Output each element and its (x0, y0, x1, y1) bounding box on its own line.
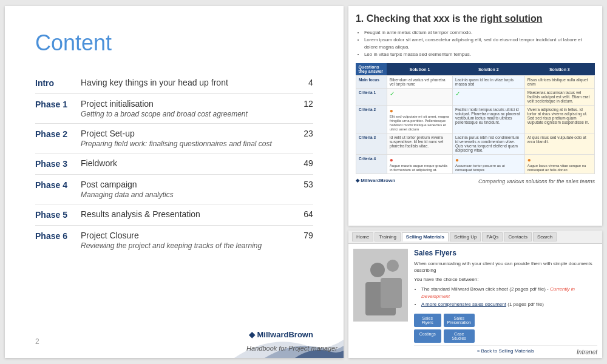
bottom-image (353, 249, 408, 322)
logo-area: ◆ MillwardBrown (249, 329, 313, 340)
row-col1-4: ●Augue mauris augue neque gravida in fer… (387, 155, 452, 174)
list-item-2-suffix: (1 pages pdf file) (507, 302, 544, 307)
panel-title-prefix: 1. Checking that xxx is the (356, 13, 480, 24)
phase6-main: Project Closure (81, 231, 295, 240)
toc-row-phase1: Phase 1 Project initialisation Getting t… (35, 95, 313, 122)
phase5-content: Results analysis & Presentation (81, 209, 295, 220)
nav-bar: Home Training Selling Materials Setting … (348, 231, 602, 244)
row-label-4: Criteria 4 (356, 155, 387, 174)
phase4-main: Post campaign (81, 180, 295, 189)
col-header-0: Questions they answer (356, 63, 387, 76)
panel-title: 1. Checking that xxx is the right soluti… (356, 13, 595, 24)
toc-row-intro: Intro Having key things in your head up … (35, 74, 313, 92)
row-col1-0: Bibendum at varius vel pharetra vel turp… (387, 76, 452, 89)
phase5-label: Phase 5 (35, 209, 81, 220)
bottom-description: When communicating with your client you … (414, 260, 597, 274)
toc-row-phase5: Phase 5 Results analysis & Presentation … (35, 206, 313, 224)
nav-item-selling-materials[interactable]: Selling Materials (402, 232, 449, 241)
bullet-list: Feugiat in ante metus dictum at tempor c… (356, 29, 595, 58)
table-caption: Comparing various solutions for the sale… (478, 178, 595, 184)
bullet-item-2: Lorem ipsum dolor sit amet, consectetur … (364, 36, 595, 51)
row-label-1: Criteria 1 (356, 89, 387, 106)
list-item-2: A more comprehensive sales document (1 p… (421, 301, 597, 309)
table-row: Criteria 1 ✓ ✓ Maecenas accumsan lacus v… (356, 89, 594, 106)
row-col1-1: ✓ (387, 89, 452, 106)
table-row: Main focus Bibendum at varius vel pharet… (356, 76, 594, 89)
row-label-0: Main focus (356, 76, 387, 89)
intro-label: Intro (35, 78, 81, 88)
btn-costings[interactable]: Costings (414, 329, 441, 343)
intro-page: 4 (295, 78, 313, 87)
intro-main: Having key things in your head up front (81, 78, 295, 87)
page-number: 2 (35, 337, 39, 346)
phase3-content: Fieldwork (81, 158, 295, 169)
phase2-page: 23 (295, 129, 313, 138)
phase5-page: 64 (295, 209, 313, 219)
panel-title-highlight: right solution (480, 13, 542, 24)
col-header-2: Solution 2 (452, 63, 524, 76)
table-row: Criteria 2 ●Elit sed vulputate mi sit am… (356, 106, 594, 133)
button-grid: Sales Flyers Sales Presentation Costings… (414, 314, 475, 343)
row-col1-2: ●Elit sed vulputate mi sit amet, magna f… (387, 106, 452, 133)
btn-case-studies[interactable]: Case Studies (444, 329, 475, 343)
nav-item-training[interactable]: Training (375, 232, 401, 241)
page-title: Content (35, 30, 313, 56)
mb-logo-small: ◆ MillwardBrown (356, 178, 395, 183)
row-col1-3: Id velit ut tortor pretium viverra suspe… (387, 133, 452, 155)
row-col3-0: Risus ultrices tristique nulla aliquet e… (524, 76, 594, 89)
comparison-table: Questions they answer Solution 1 Solutio… (356, 63, 595, 174)
left-panel: Content Intro Having key things in your … (5, 6, 344, 358)
right-column: 1. Checking that xxx is the right soluti… (348, 6, 602, 358)
list-item-2-text[interactable]: A more comprehensive sales document (421, 302, 506, 307)
phase6-sub: Reviewing the project and keeping tracks… (81, 241, 295, 250)
phase1-sub: Getting to a broad scope and broad cost … (81, 110, 295, 118)
row-col3-4: ●Augue lacus viverra vitae congue eu con… (524, 155, 594, 174)
nav-item-setting-up[interactable]: Setting Up (450, 232, 481, 241)
row-col2-3: Lacinia purus nibh nisl condimentum id v… (452, 133, 524, 155)
bottom-right-panel: Home Training Selling Materials Setting … (348, 231, 602, 358)
nav-item-search[interactable]: Search (533, 232, 557, 241)
bottom-list: The standard Millward Brown click sheet … (414, 286, 597, 309)
row-col2-4: ●Accumsan tortor posuere ac ut consequat… (452, 155, 524, 174)
bullet-item-3: Leo in vitae turpis massa sed elementum … (364, 51, 595, 58)
phase4-sub: Managing data and analytics (81, 190, 295, 199)
col-header-3: Solution 3 (524, 63, 594, 76)
phase6-content: Project Closure Reviewing the project an… (81, 231, 295, 250)
phase5-main: Results analysis & Presentation (81, 209, 295, 219)
table-row: Criteria 3 Id velit ut tortor pretium vi… (356, 133, 594, 155)
phase6-label: Phase 6 (35, 231, 81, 241)
row-label-2: Criteria 2 (356, 106, 387, 133)
btn-sales-presentation[interactable]: Sales Presentation (444, 314, 475, 327)
toc-row-phase2: Phase 2 Project Set-up Preparing field w… (35, 125, 313, 152)
table-row: Criteria 4 ●Augue mauris augue neque gra… (356, 155, 594, 174)
bullet-item-1: Feugiat in ante metus dictum at tempor c… (364, 29, 595, 36)
intranet-label: Intranet (577, 349, 597, 356)
toc-row-phase6: Phase 6 Project Closure Reviewing the pr… (35, 227, 313, 254)
intro-content: Having key things in your head up front (81, 78, 295, 89)
back-link[interactable]: « Back to Selling Materials (414, 345, 597, 354)
nav-item-faqs[interactable]: FAQs (482, 232, 503, 241)
list-item-1-text: The standard Millward Brown click sheet … (421, 286, 549, 292)
phase3-page: 49 (295, 158, 313, 168)
nav-item-contacts[interactable]: Contacts (504, 232, 532, 241)
phase4-page: 53 (295, 180, 313, 189)
phase3-main: Fieldwork (81, 158, 295, 168)
svg-point-1 (370, 263, 385, 277)
phase3-label: Phase 3 (35, 158, 81, 169)
row-label-3: Criteria 3 (356, 133, 387, 155)
phase2-sub: Preparing field work: finalising questio… (81, 140, 295, 148)
toc-table: Intro Having key things in your head up … (35, 74, 313, 254)
phase2-label: Phase 2 (35, 129, 81, 139)
top-right-panel: 1. Checking that xxx is the right soluti… (348, 6, 602, 226)
phase1-content: Project initialisation Getting to a broa… (81, 99, 295, 118)
phase1-label: Phase 1 (35, 99, 81, 109)
nav-item-home[interactable]: Home (352, 232, 373, 241)
bottom-content: Sales Flyers When communicating with you… (348, 244, 602, 358)
phase1-page: 12 (295, 99, 313, 109)
placeholder-image (353, 249, 408, 322)
btn-sales-flyers[interactable]: Sales Flyers (414, 314, 441, 327)
section-title: Sales Flyers (414, 249, 597, 257)
toc-row-phase3: Phase 3 Fieldwork 49 (35, 155, 313, 173)
handbook-label: Handbook for Project manager (246, 345, 337, 352)
phase1-main: Project initialisation (81, 99, 295, 109)
